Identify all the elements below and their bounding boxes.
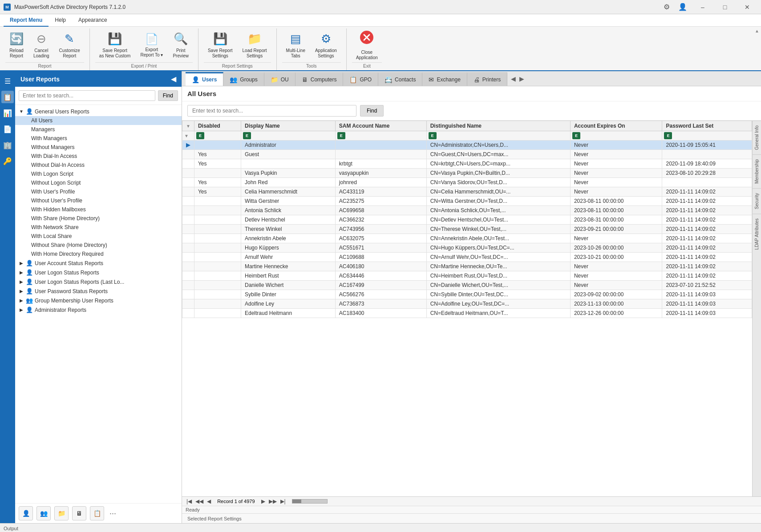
footer-user-btn[interactable]: 👤: [19, 506, 33, 520]
table-row[interactable]: YesCelia HammerschmidtAC433119CN=Celia H…: [182, 187, 752, 197]
tree-item-with-managers[interactable]: With Managers: [15, 134, 182, 143]
tree-item-hidden-mailboxes[interactable]: With Hidden Mailboxes: [15, 205, 182, 214]
load-report-settings-button[interactable]: 📁 Load ReportSettings: [239, 30, 271, 60]
maximize-button[interactable]: □: [715, 1, 735, 13]
scroll-indicator[interactable]: [292, 499, 328, 504]
col-disabled[interactable]: Disabled: [194, 121, 241, 131]
window-close-button[interactable]: ✕: [737, 1, 757, 13]
ribbon-tab-help[interactable]: Help: [49, 14, 72, 27]
tree-toggle-account[interactable]: ▶: [19, 261, 24, 266]
tree-group-general[interactable]: ▼ 👤 General Users Reports: [15, 107, 182, 116]
sidebar-menu-icon[interactable]: ☰: [1, 75, 14, 87]
user-icon[interactable]: 👤: [676, 1, 689, 13]
tree-group-logon-last[interactable]: ▶ 👤 User Logon Status Reports (Last Lo..…: [15, 277, 182, 286]
tab-groups[interactable]: 👥 Groups: [223, 72, 264, 86]
tab-ou[interactable]: 📁 OU: [264, 72, 295, 86]
footer-more-btn[interactable]: ···: [109, 509, 116, 518]
tab-nav-left[interactable]: ◀: [509, 73, 518, 84]
cancel-loading-button[interactable]: ⊖ CancelLoading: [29, 30, 53, 60]
col-expires[interactable]: Account Expires On: [570, 121, 662, 131]
table-row[interactable]: Martine HenneckeAC406180CN=Martine Henne…: [182, 262, 752, 271]
col-display-name[interactable]: Display Name: [241, 121, 336, 131]
col-dn[interactable]: Distinguished Name: [426, 121, 570, 131]
tree-item-network-share[interactable]: With Network Share: [15, 223, 182, 232]
save-report-settings-button[interactable]: 💾 Save ReportSettings: [204, 30, 237, 60]
tab-exchange[interactable]: ✉ Exchange: [422, 72, 467, 86]
tree-toggle-logon-last[interactable]: ▶: [19, 279, 24, 285]
right-tab-security[interactable]: Security: [753, 188, 761, 214]
table-row[interactable]: Danielle WichertAC167499CN=Danielle Wich…: [182, 281, 752, 290]
footer-admin-btn[interactable]: 📋: [90, 506, 104, 520]
tree-group-pwd-status[interactable]: ▶ 👤 User Password Status Reports: [15, 286, 182, 296]
table-container[interactable]: ▼ Disabled Display Name SAM Account Name…: [182, 121, 752, 496]
save-custom-button[interactable]: 💾 Save Reportas New Custom: [95, 30, 135, 60]
nav-next-skip-btn[interactable]: ▶▶: [268, 498, 278, 504]
table-row[interactable]: Annekristin AbeleAC632075CN=Annekristin …: [182, 234, 752, 243]
tree-item-without-logon[interactable]: Without Logon Script: [15, 178, 182, 187]
tree-group-logon-status[interactable]: ▶ 👤 User Logon Status Reports: [15, 268, 182, 277]
footer-computer-btn[interactable]: 🖥: [72, 506, 86, 520]
panel-collapse-button[interactable]: ◀: [171, 75, 176, 83]
tab-contacts[interactable]: 📇 Contacts: [378, 72, 422, 86]
tree-toggle-admin[interactable]: ▶: [19, 307, 24, 313]
sidebar-admin-icon[interactable]: 🏢: [1, 139, 14, 151]
tree-item-with-logon[interactable]: With Logon Script: [15, 169, 182, 178]
panel-search-button[interactable]: Find: [158, 90, 178, 101]
app-settings-button[interactable]: ⚙ ApplicationSettings: [311, 30, 341, 60]
right-tab-membership[interactable]: Membership: [753, 154, 761, 188]
tab-computers[interactable]: 🖥 Computers: [295, 72, 344, 86]
minimize-button[interactable]: –: [692, 1, 713, 13]
tree-item-managers[interactable]: Managers: [15, 125, 182, 134]
table-row[interactable]: Adolfine LeyAC736873CN=Adolfine Ley,OU=T…: [182, 299, 752, 309]
table-row[interactable]: Edeltraud HeitmannAC183400CN=Edeltraud H…: [182, 309, 752, 318]
sidebar-reports-icon[interactable]: 📋: [1, 91, 14, 103]
table-row[interactable]: Arnulf WehrAC109688CN=Arnulf Wehr,OU=Tes…: [182, 253, 752, 262]
export-report-button[interactable]: 📄 ExportReport To ▾: [136, 30, 167, 60]
table-row[interactable]: YesJohn RedjohnredCN=Vanya Sidorov,OU=Te…: [182, 178, 752, 187]
table-row[interactable]: Antonia SchlickAC699658CN=Antonia Schlic…: [182, 206, 752, 215]
tree-group-group-membership[interactable]: ▶ 👥 Group Membership User Reports: [15, 296, 182, 305]
tree-toggle-general[interactable]: ▼: [19, 109, 24, 114]
tree-item-without-share[interactable]: Without Share (Home Directory): [15, 241, 182, 250]
tree-item-local-share[interactable]: With Local Share: [15, 232, 182, 241]
table-row[interactable]: Heimbert RustAC634446CN=Heimbert Rust,OU…: [182, 271, 752, 281]
tree-item-with-dialin[interactable]: With Dial-In Access: [15, 152, 182, 161]
sidebar-doc-icon[interactable]: 📄: [1, 123, 14, 135]
table-row[interactable]: Therese WinkelAC743956CN=Therese Winkel,…: [182, 225, 752, 234]
ribbon-tab-report-menu[interactable]: Report Menu: [4, 14, 49, 27]
tree-group-account-status[interactable]: ▶ 👤 User Account Status Reports: [15, 258, 182, 268]
nav-next-btn[interactable]: ▶: [260, 498, 266, 504]
footer-folder-btn[interactable]: 📁: [54, 506, 69, 520]
print-preview-button[interactable]: 🔍 PrintPreview: [169, 30, 193, 60]
tree-item-without-dialin[interactable]: Without Dial-In Access: [15, 161, 182, 169]
nav-first-btn[interactable]: |◀: [186, 498, 193, 504]
sidebar-key-icon[interactable]: 🔑: [1, 155, 14, 167]
nav-last-btn[interactable]: ▶|: [279, 498, 287, 504]
tree-item-without-profile[interactable]: Without User's Profile: [15, 196, 182, 205]
tree-toggle-group[interactable]: ▶: [19, 298, 24, 303]
tab-gpo[interactable]: 📋 GPO: [343, 72, 378, 86]
customize-report-button[interactable]: ✎ CustomizeReport: [55, 30, 84, 60]
nav-prev-skip-btn[interactable]: ◀◀: [194, 498, 204, 504]
table-row[interactable]: Sybille DinterAC566276CN=Sybille Dinter,…: [182, 290, 752, 299]
panel-search-input[interactable]: [19, 90, 155, 101]
table-row[interactable]: Witta GerstnerAC235275CN=Witta Gerstner,…: [182, 197, 752, 206]
tree-item-with-profile[interactable]: With User's Profile: [15, 187, 182, 196]
table-row[interactable]: YesGuestCN=Guest,CN=Users,DC=max...Never: [182, 150, 752, 159]
tree-toggle-pwd[interactable]: ▶: [19, 289, 24, 294]
table-row[interactable]: Hugo KüppersAC551671CN=Hugo Küppers,OU=T…: [182, 243, 752, 253]
col-pwd-last-set[interactable]: Password Last Set: [662, 121, 752, 131]
table-row[interactable]: Vasya PupkinvasyapupkinCN=Vasya Pupkin,C…: [182, 169, 752, 178]
table-row[interactable]: YeskrbtgtCN=krbtgt,CN=Users,DC=maxp...Ne…: [182, 159, 752, 169]
col-sam[interactable]: SAM Account Name: [335, 121, 426, 131]
right-tab-general-info[interactable]: General Info: [753, 121, 761, 154]
multi-line-tabs-button[interactable]: ▤ Multi-LineTabs: [282, 30, 309, 60]
table-row[interactable]: ▶AdministratorCN=Administrator,CN=Users,…: [182, 141, 752, 150]
table-row[interactable]: Detlev HentschelAC366232CN=Detlev Hentsc…: [182, 215, 752, 225]
right-tab-ldap[interactable]: LDAP Attributes: [753, 214, 761, 254]
tree-group-admin[interactable]: ▶ 👤 Administrator Reports: [15, 305, 182, 314]
ribbon-tab-appearance[interactable]: Appearance: [72, 14, 113, 27]
tab-users[interactable]: 👤 Users: [186, 72, 223, 86]
tree-item-with-share[interactable]: With Share (Home Directory): [15, 214, 182, 223]
settings-gear-icon[interactable]: ⚙: [660, 1, 673, 13]
